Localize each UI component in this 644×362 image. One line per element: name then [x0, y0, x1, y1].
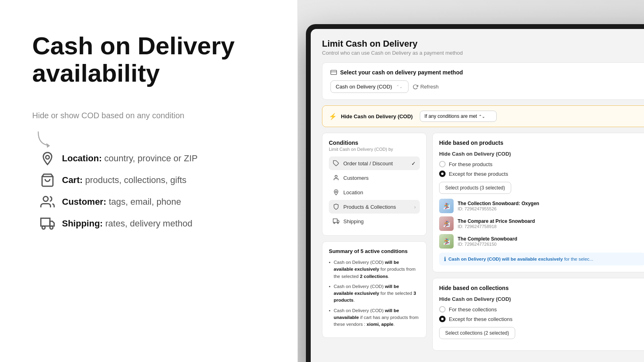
user-icon: [333, 175, 339, 181]
svg-marker-5: [50, 221, 54, 226]
page-title-section: Limit Cash on Delivery Control who can u…: [322, 39, 644, 56]
radio-group-collections: For these collections Except for these c…: [439, 306, 644, 322]
radio-circle-for: [439, 161, 446, 167]
svg-point-6: [42, 226, 45, 229]
truck-icon: [333, 218, 339, 224]
cart-icon: [40, 173, 55, 187]
right-panel: Limit Cash on Delivery Control who can u…: [298, 0, 644, 362]
radio-circle-except-col: [439, 316, 446, 322]
shield-icon: [333, 204, 339, 210]
svg-point-12: [335, 191, 337, 193]
payment-selector-row: Cash on Delivery (COD) ⌃⌄ Refresh: [330, 80, 644, 93]
radio-for-these-collections[interactable]: For these collections: [439, 306, 644, 313]
refresh-icon: [413, 84, 418, 90]
product-thumb-2: 🏂: [439, 216, 454, 231]
main-columns: Conditions Limit Cash on Delivery (COD) …: [322, 133, 644, 362]
hide-collections-card: Hide based on collections Hide Cash on D…: [432, 278, 644, 351]
feature-location-label: Location: country, province or ZIP: [62, 153, 198, 164]
product-name-2: The Compare at Price Snowboard: [458, 218, 535, 224]
summary-title: Summary of 5 active conditions: [329, 248, 420, 254]
feature-customer: Customer: tags, email, phone: [40, 195, 273, 209]
arrow-container: Location: country, province or ZIP Cart:…: [32, 130, 273, 231]
tag-icon: [333, 160, 339, 167]
conditions-title: Conditions: [329, 140, 420, 146]
condition-order-total[interactable]: Order total / Discount ✓: [329, 156, 420, 170]
payment-method-header: Select your cash on delivery payment met…: [330, 69, 644, 76]
conditions-card: Conditions Limit Cash on Delivery (COD) …: [322, 133, 427, 236]
payment-dropdown[interactable]: Cash on Delivery (COD) ⌃⌄: [330, 80, 409, 93]
product-info-2: The Compare at Price Snowboard ID: 72962…: [458, 218, 535, 229]
radio-circle-for-col: [439, 306, 446, 313]
summary-item-2: Cash on Delivery (COD) will be available…: [329, 283, 420, 304]
product-id-2: ID: 7296247758918: [458, 224, 535, 229]
main-title: Cash on Delivery availability: [32, 32, 273, 87]
select-products-button[interactable]: Select products (3 selected): [439, 182, 511, 194]
product-item-3: 🏂 The Complete Snowboard ID: 72962477261…: [439, 234, 644, 249]
svg-point-1: [46, 156, 50, 159]
product-id-1: ID: 7296247955526: [458, 206, 539, 211]
customer-icon: [40, 195, 55, 209]
feature-cart-label: Cart: products, collections, gifts: [62, 175, 186, 185]
cod-info-bar: ℹ Cash on Delivery (COD) will be availab…: [439, 253, 644, 265]
info-icon: ℹ: [444, 256, 446, 262]
product-info-1: The Collection Snowboard: Oxygen ID: 729…: [458, 201, 539, 211]
hide-collections-title: Hide based on collections: [439, 285, 644, 291]
svg-point-11: [335, 175, 337, 177]
svg-marker-0: [46, 143, 50, 148]
condition-shipping[interactable]: Shipping: [329, 214, 420, 228]
feature-shipping: Shipping: rates, delivery method: [40, 216, 273, 231]
radio-group-products: For these products Except for these prod…: [439, 161, 644, 177]
check-icon: ✓: [411, 160, 416, 167]
product-list: 🏂 The Collection Snowboard: Oxygen ID: 7…: [439, 199, 644, 249]
radio-for-these-products[interactable]: For these products: [439, 161, 644, 167]
hide-products-title: Hide based on products: [439, 140, 644, 146]
conditions-dropdown[interactable]: If any conditions are met ⌃⌄: [420, 111, 497, 122]
chevron-down-icon: ⌃⌄: [396, 84, 402, 89]
product-item-2: 🏂 The Compare at Price Snowboard ID: 729…: [439, 216, 644, 231]
curve-arrow-icon: [36, 130, 56, 148]
product-id-3: ID: 7296247726150: [458, 242, 517, 247]
left-column: Conditions Limit Cash on Delivery (COD) …: [322, 133, 427, 362]
svg-rect-13: [333, 219, 337, 222]
condition-location[interactable]: Location: [329, 185, 420, 199]
radio-except-these-products[interactable]: Except for these products: [439, 171, 644, 177]
map-pin-icon: [333, 189, 339, 195]
svg-point-3: [43, 197, 48, 202]
refresh-button[interactable]: Refresh: [413, 84, 439, 90]
feature-location: Location: country, province or ZIP: [40, 151, 273, 166]
radio-except-these-collections[interactable]: Except for these collections: [439, 316, 644, 322]
hide-cod-label: Hide Cash on Delivery (COD): [341, 113, 413, 119]
summary-item-1: Cash on Delivery (COD) will be available…: [329, 259, 420, 280]
hide-products-subtitle: Hide Cash on Delivery (COD): [439, 151, 644, 157]
cod-rule-bar: ⚡ Hide Cash on Delivery (COD) If any con…: [322, 105, 644, 127]
select-collections-button[interactable]: Select collections (2 selected): [439, 327, 515, 339]
radio-circle-except: [439, 171, 446, 177]
product-item-1: 🏂 The Collection Snowboard: Oxygen ID: 7…: [439, 199, 644, 213]
svg-point-15: [334, 222, 335, 224]
lightning-icon: ⚡: [329, 113, 337, 120]
chevron-right-icon: ›: [414, 204, 416, 210]
right-column: Hide based on products Hide Cash on Deli…: [432, 133, 644, 362]
payment-selector-card: Select your cash on delivery payment met…: [322, 62, 644, 100]
hide-products-card: Hide based on products Hide Cash on Deli…: [432, 133, 644, 272]
feature-list: Location: country, province or ZIP Cart:…: [40, 151, 273, 231]
product-name-3: The Complete Snowboard: [458, 236, 517, 242]
subtitle: Hide or show COD based on any condition: [32, 111, 273, 120]
tablet-screen: Limit Cash on Delivery Control who can u…: [311, 29, 644, 362]
feature-shipping-label: Shipping: rates, delivery method: [62, 218, 192, 229]
page-title: Limit Cash on Delivery: [322, 39, 644, 49]
chevron-down-icon: ⌃⌄: [479, 114, 485, 119]
app-content: Limit Cash on Delivery Control who can u…: [311, 29, 644, 362]
feature-cart: Cart: products, collections, gifts: [40, 173, 273, 187]
product-info-3: The Complete Snowboard ID: 7296247726150: [458, 236, 517, 247]
svg-marker-14: [337, 220, 339, 222]
product-thumb-1: 🏂: [439, 199, 454, 213]
condition-products-collections[interactable]: Products & Collections ›: [329, 200, 420, 214]
page-subtitle: Control who can use Cash on Delivery as …: [322, 50, 644, 56]
summary-card: Summary of 5 active conditions Cash on D…: [322, 241, 427, 338]
shipping-icon: [40, 216, 55, 231]
condition-customers[interactable]: Customers: [329, 171, 420, 185]
payment-icon: [330, 69, 337, 76]
product-thumb-3: 🏂: [439, 234, 454, 249]
product-name-1: The Collection Snowboard: Oxygen: [458, 201, 539, 206]
